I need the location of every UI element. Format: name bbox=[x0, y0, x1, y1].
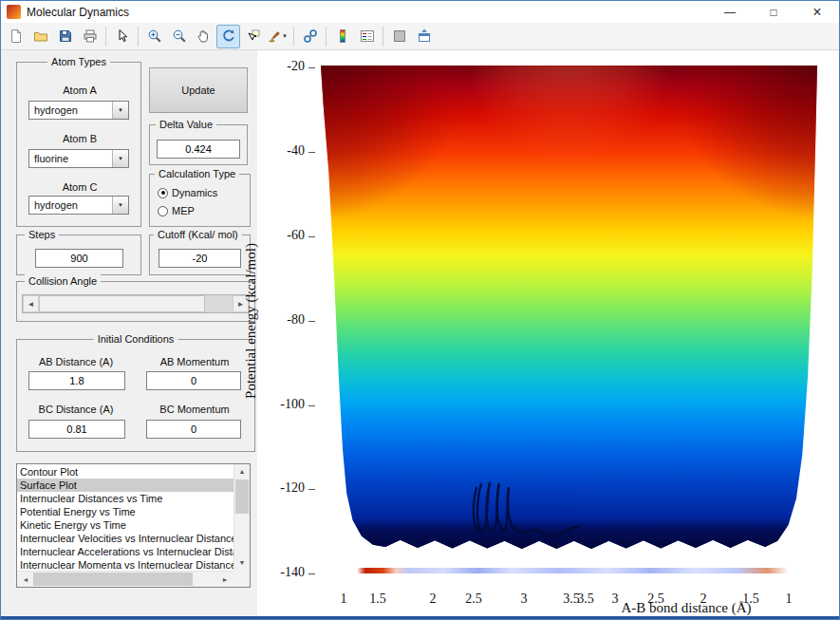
list-item[interactable]: Internuclear Accelerations vs Internucle… bbox=[17, 545, 233, 558]
zoom-out-button[interactable] bbox=[167, 25, 191, 48]
horizontal-scroll-thumb[interactable] bbox=[33, 573, 193, 586]
rotate-3d-icon bbox=[221, 28, 236, 44]
insert-legend-button[interactable] bbox=[355, 25, 379, 48]
plot-type-listbox[interactable]: Contour Plot Surface Plot Internuclear D… bbox=[16, 463, 251, 588]
vertical-scroll-thumb[interactable] bbox=[235, 479, 249, 514]
list-item[interactable]: Kinetic Energy vs Time bbox=[17, 518, 233, 532]
zoom-out-icon bbox=[172, 28, 187, 44]
trajectory-lines bbox=[468, 474, 580, 552]
horizontal-scrollbar[interactable]: ◄ ► bbox=[17, 571, 233, 587]
radio-mep-label: MEP bbox=[172, 205, 195, 216]
collision-angle-slider[interactable]: ◄ ► bbox=[22, 294, 250, 313]
insert-colorbar-icon bbox=[335, 28, 350, 44]
y-tick-mark bbox=[308, 236, 315, 237]
dock-figure-icon bbox=[417, 28, 432, 44]
list-item-selected[interactable]: Surface Plot bbox=[17, 479, 233, 492]
pan-button[interactable] bbox=[192, 25, 215, 48]
brush-dropdown-icon[interactable]: ▼ bbox=[282, 33, 288, 39]
x-tick: 2.5 bbox=[465, 592, 482, 607]
zoom-in-button[interactable] bbox=[142, 25, 166, 48]
link-plot-button[interactable] bbox=[298, 25, 322, 48]
data-cursor-button[interactable] bbox=[241, 25, 265, 48]
hide-plot-tools-icon bbox=[392, 28, 407, 44]
y-tick-mark bbox=[308, 489, 315, 490]
calculation-type-panel: Calculation Type Dynamics MEP bbox=[149, 174, 251, 227]
window-bottom-border bbox=[1, 616, 839, 619]
ab-distance-input[interactable] bbox=[28, 371, 125, 390]
delta-value-input[interactable] bbox=[157, 140, 240, 159]
calculation-type-title: Calculation Type bbox=[155, 167, 239, 180]
atom-c-label: Atom C bbox=[17, 180, 142, 194]
x-tick: 1 bbox=[341, 592, 347, 607]
bc-distance-input[interactable] bbox=[28, 420, 125, 439]
new-file-button[interactable] bbox=[4, 25, 28, 48]
atom-a-dropdown[interactable]: hydrogen ▼ bbox=[28, 101, 129, 120]
app-window: Molecular Dynamics — □ × ▼ Atom Types bbox=[0, 0, 840, 620]
surface-shading-left bbox=[311, 56, 520, 280]
save-icon bbox=[58, 28, 73, 44]
dock-figure-button[interactable] bbox=[412, 25, 436, 48]
cutoff-panel: Cutoff (Kcal/ mol) bbox=[149, 235, 251, 275]
steps-input[interactable] bbox=[35, 249, 123, 268]
dropdown-arrow-icon[interactable]: ▼ bbox=[112, 102, 128, 119]
atom-a-label: Atom A bbox=[17, 84, 142, 97]
y-tick: -100 bbox=[265, 397, 305, 412]
open-file-icon bbox=[33, 28, 48, 44]
pointer-button[interactable] bbox=[110, 25, 134, 48]
slider-left-arrow-icon[interactable]: ◄ bbox=[23, 295, 39, 312]
open-file-button[interactable] bbox=[28, 25, 52, 48]
listbox-items: Contour Plot Surface Plot Internuclear D… bbox=[17, 465, 233, 571]
titlebar: Molecular Dynamics — □ × bbox=[1, 1, 839, 23]
x-tick: 1.5 bbox=[369, 592, 386, 607]
surface-plot-canvas[interactable] bbox=[321, 66, 817, 552]
cutoff-input[interactable] bbox=[159, 249, 241, 268]
ab-momentum-input[interactable] bbox=[146, 371, 241, 390]
list-item[interactable]: Contour Plot bbox=[17, 465, 233, 479]
scroll-right-icon[interactable]: ► bbox=[218, 572, 232, 587]
close-button[interactable]: × bbox=[795, 1, 839, 23]
bc-distance-label: BC Distance (A) bbox=[17, 403, 135, 416]
atom-c-dropdown[interactable]: hydrogen ▼ bbox=[28, 196, 129, 215]
figure-toolbar: ▼ bbox=[1, 23, 839, 50]
dropdown-arrow-icon[interactable]: ▼ bbox=[112, 197, 128, 214]
hide-plot-tools-button[interactable] bbox=[387, 25, 411, 48]
baseline-contour-traces bbox=[357, 568, 789, 573]
insert-legend-icon bbox=[360, 28, 375, 44]
radio-dynamics[interactable]: Dynamics bbox=[158, 187, 217, 198]
y-tick: -60 bbox=[265, 228, 305, 243]
scroll-left-icon[interactable]: ◄ bbox=[19, 572, 32, 587]
toolbar-separator bbox=[326, 27, 327, 47]
brush-button[interactable]: ▼ bbox=[266, 25, 289, 48]
scroll-down-icon[interactable]: ▼ bbox=[234, 556, 250, 570]
print-button[interactable] bbox=[78, 25, 102, 48]
vertical-scrollbar[interactable]: ▲ ▼ bbox=[233, 464, 250, 571]
pan-icon bbox=[196, 28, 212, 44]
toolbar-separator bbox=[293, 27, 294, 47]
list-item[interactable]: Internuclear Distances vs Time bbox=[17, 492, 233, 505]
slider-thumb[interactable] bbox=[39, 295, 205, 312]
data-cursor-icon bbox=[246, 28, 261, 44]
y-tick-mark bbox=[308, 405, 315, 406]
minimize-button[interactable]: — bbox=[708, 1, 752, 23]
atom-c-value: hydrogen bbox=[34, 199, 78, 211]
list-item[interactable]: Potential Energy vs Time bbox=[17, 505, 233, 518]
surface-valley-highlight bbox=[440, 66, 699, 231]
window-title: Molecular Dynamics bbox=[27, 6, 129, 19]
rotate-3d-button[interactable] bbox=[216, 25, 240, 48]
bc-momentum-input[interactable] bbox=[146, 420, 241, 439]
insert-colorbar-button[interactable] bbox=[330, 25, 354, 48]
list-item[interactable]: Internuclear Velocities vs Internuclear … bbox=[17, 532, 233, 545]
slider-track[interactable] bbox=[39, 295, 233, 312]
maximize-button[interactable]: □ bbox=[752, 1, 795, 23]
dropdown-arrow-icon[interactable]: ▼ bbox=[112, 150, 128, 167]
radio-mep[interactable]: MEP bbox=[158, 205, 195, 216]
update-button[interactable]: Update bbox=[149, 67, 248, 113]
cutoff-title: Cutoff (Kcal/ mol) bbox=[154, 228, 242, 241]
list-item[interactable]: Internuclear Momenta vs Internuclear Dis… bbox=[17, 558, 233, 571]
scroll-up-icon[interactable]: ▲ bbox=[234, 465, 250, 479]
x-tick: 2 bbox=[430, 592, 437, 607]
save-button[interactable] bbox=[53, 25, 77, 48]
zoom-in-icon bbox=[147, 28, 162, 44]
bc-momentum-label: BC Momentum bbox=[139, 403, 251, 416]
atom-b-dropdown[interactable]: fluorine ▼ bbox=[28, 149, 129, 168]
